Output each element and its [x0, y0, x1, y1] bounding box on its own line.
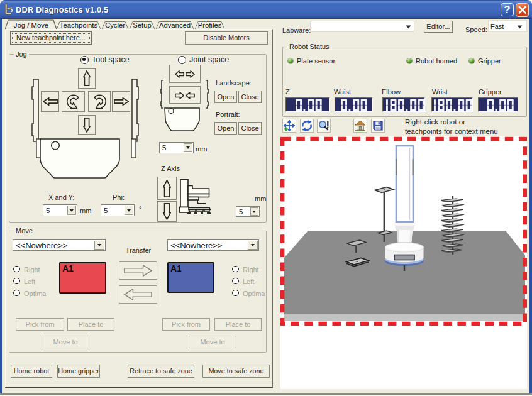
- svg-text:Profiles: Profiles: [198, 21, 222, 29]
- svg-text:Setup: Setup: [133, 21, 152, 29]
- svg-text:Cycler: Cycler: [105, 21, 125, 29]
- svg-text:Teachpoints: Teachpoints: [60, 21, 98, 29]
- svg-text:Jog / Move: Jog / Move: [14, 21, 48, 29]
- svg-text:Advanced: Advanced: [159, 21, 191, 29]
